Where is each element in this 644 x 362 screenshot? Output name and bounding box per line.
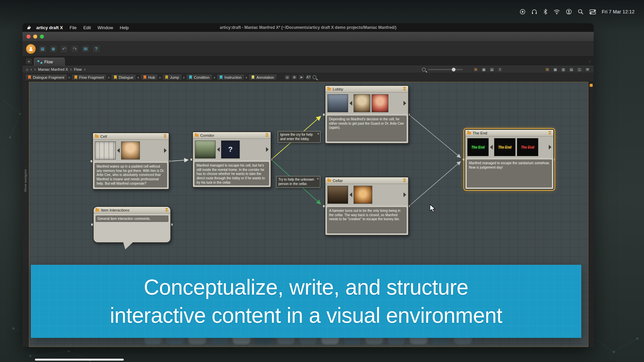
flow-node-cell[interactable]: Cell Manfred wakes up in a padded cell w… bbox=[92, 132, 169, 190]
compact-view-button[interactable]: ▤ bbox=[569, 67, 574, 72]
font-size-button[interactable]: A? bbox=[306, 75, 311, 80]
prev-image-icon[interactable] bbox=[117, 148, 120, 153]
portrait-hamster[interactable] bbox=[354, 186, 372, 204]
export-button[interactable]: ⇧ bbox=[497, 67, 503, 72]
prev-image-icon[interactable] bbox=[490, 145, 493, 149]
new-tab-button[interactable]: + bbox=[26, 58, 32, 64]
collapse-icon[interactable] bbox=[403, 87, 406, 91]
preview-end-gold[interactable]: The End bbox=[494, 138, 516, 156]
portrait-unknown[interactable]: ? bbox=[221, 140, 240, 159]
zoom-window-button[interactable] bbox=[40, 35, 44, 39]
breadcrumb-page[interactable]: Flow bbox=[74, 67, 82, 71]
close-icon[interactable]: × bbox=[317, 177, 319, 181]
node-description[interactable]: Depending on Manfred's decision in the c… bbox=[327, 116, 407, 141]
zoom-slider[interactable] bbox=[428, 69, 463, 70]
palette-annotation[interactable]: Annotation bbox=[249, 74, 277, 81]
next-image-icon[interactable] bbox=[404, 192, 406, 197]
close-window-button[interactable] bbox=[26, 35, 31, 39]
add-user-button[interactable]: ⊕ bbox=[49, 45, 57, 53]
collapse-icon[interactable] bbox=[265, 133, 269, 137]
node-description[interactable]: Manfred managed to escape his cell, but … bbox=[195, 162, 269, 185]
nav-back-icon[interactable]: ‹ bbox=[31, 67, 32, 72]
palette-expander-icon[interactable]: ▸ bbox=[159, 76, 161, 79]
minimize-window-button[interactable] bbox=[33, 35, 37, 39]
node-description[interactable]: A hamster turns out to be the only livin… bbox=[327, 207, 407, 233]
palette-expander-icon[interactable]: ▸ bbox=[246, 76, 248, 79]
home-icon[interactable]: ⌂ bbox=[26, 67, 28, 72]
palette-expander-icon[interactable]: ▸ bbox=[214, 76, 216, 79]
panel-toggle-icon[interactable] bbox=[590, 84, 593, 87]
tab-flow[interactable]: Flow bbox=[34, 58, 65, 66]
navigator-label[interactable]: Show navigator bbox=[24, 169, 27, 192]
nav-forward-icon[interactable]: › bbox=[34, 67, 36, 72]
palette-expander-icon[interactable]: ▸ bbox=[69, 76, 70, 79]
palette-instruction[interactable]: Instruction bbox=[217, 74, 245, 81]
flow-view-button[interactable]: ⊞ bbox=[544, 67, 550, 72]
collapse-icon[interactable] bbox=[403, 179, 406, 182]
preview-lobby[interactable] bbox=[327, 94, 348, 112]
next-image-icon[interactable] bbox=[266, 147, 269, 152]
redo-button[interactable]: ↷ bbox=[71, 45, 79, 53]
annotation-cellar[interactable]: × Try to help the unknown person in the … bbox=[276, 176, 320, 188]
palette-condition[interactable]: Condition bbox=[186, 74, 212, 81]
window-titlebar[interactable] bbox=[22, 32, 594, 42]
character-button[interactable]: ⊕ bbox=[291, 75, 297, 80]
bluetooth-icon[interactable] bbox=[543, 9, 548, 15]
pointer-button[interactable]: ➤ bbox=[299, 75, 304, 80]
search-icon[interactable] bbox=[578, 9, 584, 15]
portrait-dr-artie-cee[interactable] bbox=[372, 94, 388, 112]
apple-icon[interactable] bbox=[27, 25, 32, 30]
wifi-icon[interactable] bbox=[553, 9, 560, 14]
comment-node-item-interactions[interactable]: Item Interactions General item interacti… bbox=[93, 206, 171, 243]
portrait-guard[interactable] bbox=[354, 94, 370, 112]
flow-node-the-end[interactable]: The End The End The End The End Manfred … bbox=[465, 129, 554, 190]
grid-view-button[interactable]: ▦ bbox=[481, 67, 487, 72]
control-center-icon[interactable] bbox=[589, 9, 596, 14]
new-item-button[interactable]: ⊞ bbox=[39, 45, 47, 53]
collapse-icon[interactable] bbox=[163, 134, 167, 138]
palette-dialogue[interactable]: Dialogue bbox=[111, 74, 136, 81]
preview-end-green[interactable]: The End bbox=[467, 138, 489, 156]
table-view-button[interactable]: ▥ bbox=[560, 67, 566, 72]
link-cell-corridor[interactable] bbox=[169, 160, 188, 161]
flow-node-corridor[interactable]: Corridor ? Manfred managed to escape his… bbox=[192, 131, 271, 188]
palette-expander-icon[interactable]: ▸ bbox=[183, 76, 185, 79]
zoom-search-icon[interactable] bbox=[422, 68, 426, 71]
next-image-icon[interactable] bbox=[164, 148, 167, 153]
node-description[interactable]: Manfred managed to escape the sanitarium… bbox=[467, 160, 552, 187]
flow-node-lobby[interactable]: Lobby Depending on Manfred's decision in… bbox=[325, 85, 409, 144]
palette-expander-icon[interactable]: ▸ bbox=[138, 76, 139, 79]
palette-flow-fragment[interactable]: Flow Fragment bbox=[71, 74, 107, 81]
collapse-icon[interactable] bbox=[165, 208, 168, 212]
presentation-button[interactable]: ⚙ bbox=[473, 67, 479, 72]
canvas-search-icon[interactable] bbox=[313, 75, 316, 79]
zoom-slider-thumb[interactable] bbox=[452, 68, 455, 71]
flow-node-cellar[interactable]: Cellar A hamster turns out to be the onl… bbox=[325, 177, 409, 236]
link-lobby-theend[interactable] bbox=[409, 115, 461, 158]
menu-edit[interactable]: Edit bbox=[83, 25, 91, 30]
clock[interactable]: Fri 7 Mar 12:12 bbox=[602, 9, 635, 14]
palette-expander-icon[interactable]: ▸ bbox=[108, 76, 110, 79]
palette-dialogue-fragment[interactable]: Dialogue Fragment bbox=[25, 74, 67, 81]
link-cellar-theend[interactable] bbox=[409, 162, 461, 206]
menu-file[interactable]: File bbox=[69, 25, 76, 30]
prev-image-icon[interactable] bbox=[350, 192, 352, 197]
palette-jump[interactable]: Jump bbox=[162, 74, 182, 81]
prev-image-icon[interactable] bbox=[217, 147, 220, 152]
help-button[interactable]: ? bbox=[92, 45, 100, 53]
annotation-lobby[interactable]: × Ignore the cry for help and enter the … bbox=[278, 131, 321, 143]
video-progress-bar[interactable] bbox=[35, 359, 124, 361]
mail-button[interactable]: ✉ bbox=[82, 45, 90, 53]
feed-icon[interactable]: ◌ bbox=[589, 59, 591, 64]
menu-window[interactable]: Window bbox=[98, 25, 113, 30]
tiles-view-button[interactable]: ▦ bbox=[552, 67, 558, 72]
user-avatar-button[interactable] bbox=[26, 44, 36, 54]
undo-button[interactable]: ↶ bbox=[60, 45, 68, 53]
record-indicator-icon[interactable] bbox=[520, 9, 526, 15]
pin-button[interactable]: ◎ bbox=[284, 75, 290, 80]
portrait-dr-artie-cee[interactable] bbox=[121, 141, 140, 160]
collapse-icon[interactable] bbox=[548, 131, 551, 135]
menu-help[interactable]: Help bbox=[120, 25, 129, 30]
list-view-button[interactable]: ▤ bbox=[489, 67, 495, 72]
palette-hub[interactable]: Hub bbox=[141, 74, 158, 81]
